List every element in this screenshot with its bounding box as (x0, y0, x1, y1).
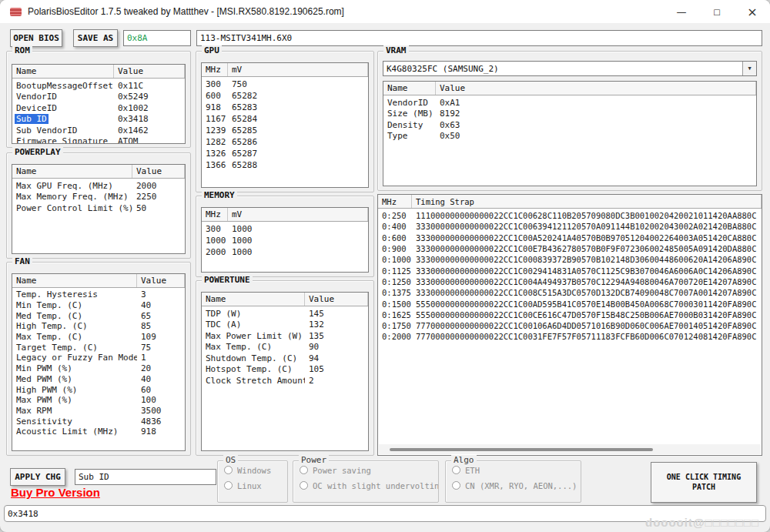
table-row[interactable]: TDC (A) 132 (202, 320, 368, 331)
fan-col-name[interactable]: Name (12, 274, 137, 287)
table-row[interactable]: Sub ID 0x3418 (12, 114, 185, 125)
table-row[interactable]: 0:1500 555000000000000022CC1C00AD595B41C… (378, 298, 762, 309)
gpu-table-header[interactable]: MHz mV (202, 63, 368, 77)
memory-col-mhz[interactable]: MHz (202, 208, 228, 221)
table-row[interactable]: Density 0x63 (383, 119, 756, 131)
radio-icon[interactable] (300, 466, 308, 474)
table-row[interactable]: 300 750 (202, 79, 368, 90)
table-row[interactable]: Min Temp. (C) 40 (12, 300, 185, 311)
table-row[interactable]: 1167 65284 (202, 113, 368, 125)
table-row[interactable]: 1366 65288 (202, 159, 368, 171)
table-row[interactable]: Med Temp. (C) 65 (12, 310, 185, 321)
table-row[interactable]: Max GPU Freq. (MHz) 2000 (12, 180, 185, 192)
horizontal-scrollbar[interactable] (379, 444, 761, 454)
powertune-table-header[interactable]: Name Value (202, 293, 368, 306)
table-row[interactable]: DeviceID 0x1002 (12, 102, 185, 114)
table-row[interactable]: 300 1000 (202, 223, 368, 235)
table-row[interactable]: VendorID 0xA1 (383, 97, 756, 109)
table-row[interactable]: 0:1125 333000000000000022CC1C0029414831A… (378, 265, 762, 276)
part-number-field[interactable] (196, 30, 762, 46)
table-row[interactable]: Target Temp. (C) 75 (12, 342, 185, 353)
powertune-col-name[interactable]: Name (202, 293, 305, 306)
radio-icon[interactable] (224, 481, 233, 490)
fan-col-value[interactable]: Value (137, 274, 185, 287)
buy-pro-version-link[interactable]: Buy Pro Version (11, 486, 100, 499)
table-row[interactable]: 0:400 333000000000000022CC1C006394121120… (378, 221, 762, 232)
radio-icon[interactable] (224, 466, 233, 474)
os-radio-option[interactable]: Linux (224, 479, 287, 492)
apply-chg-button[interactable]: APPLY CHG (10, 468, 65, 486)
table-row[interactable]: Size (MB) 8192 (383, 109, 756, 120)
gpu-col-mv[interactable]: mV (228, 63, 368, 76)
table-row[interactable]: Max Power Limit (W) 135 (202, 330, 368, 342)
open-bios-button[interactable]: OPEN BIOS (10, 29, 62, 47)
table-row[interactable]: Power Control Limit (%) 50 (12, 202, 185, 214)
table-row[interactable]: Firmware Signature ATOM (12, 136, 185, 145)
vram-table-header[interactable]: Name Value (383, 82, 756, 95)
table-row[interactable]: 0:1000 333000000000000022CC1C000839372B9… (378, 254, 762, 265)
powerplay-table-header[interactable]: Name Value (12, 165, 185, 179)
table-row[interactable]: Shutdown Temp. (C) 94 (202, 353, 368, 364)
power-radio-option[interactable]: OC with slight undervolting (300, 479, 438, 492)
table-row[interactable]: Clock Stretch Amount 2 (202, 375, 368, 386)
table-row[interactable]: TDP (W) 145 (202, 308, 368, 320)
table-row[interactable]: 0:900 333000000000000022CC1C00E7B4362780… (378, 243, 762, 254)
timing-table-header[interactable]: MHz Timing Strap (378, 195, 762, 209)
table-row[interactable]: 0:2000 777000000000000022CC1C0031FE7F57F… (378, 331, 762, 342)
table-row[interactable]: Sub VendorID 0x1462 (12, 125, 185, 136)
save-as-button[interactable]: SAVE AS (73, 29, 118, 47)
gpu-col-mhz[interactable]: MHz (202, 63, 228, 76)
rom-table-header[interactable]: Name Value (12, 65, 185, 79)
powertune-col-value[interactable]: Value (305, 293, 368, 306)
radio-icon[interactable] (452, 466, 460, 474)
table-row[interactable]: Type 0x50 (383, 131, 756, 142)
radio-icon[interactable] (300, 481, 308, 490)
table-row[interactable]: Min PWM (%) 20 (12, 363, 185, 374)
table-row[interactable]: 0:1375 333000000000000022CC1C008C515A3DC… (378, 287, 762, 298)
radio-icon[interactable] (452, 481, 460, 490)
rom-col-name[interactable]: Name (12, 65, 114, 78)
table-row[interactable]: High Temp. (C) 85 (12, 321, 185, 332)
offset-field[interactable] (123, 30, 191, 46)
table-row[interactable]: Max RPM 3500 (12, 406, 185, 417)
table-row[interactable]: High PWM (%) 60 (12, 384, 185, 395)
table-row[interactable]: 1239 65285 (202, 125, 368, 136)
table-row[interactable]: Max Temp. (C) 90 (202, 342, 368, 353)
table-row[interactable]: Acoustic Limit (MHz) 918 (12, 427, 185, 437)
close-icon[interactable]: × (735, 0, 770, 23)
table-row[interactable]: BootupMessageOffset 0x11C (12, 80, 185, 92)
vram-module-dropdown[interactable]: K4G80325FC (SAMSUNG_2) ▼ (383, 61, 757, 76)
minimize-icon[interactable]: — (664, 0, 699, 23)
table-row[interactable]: Med PWM (%) 40 (12, 374, 185, 385)
table-row[interactable]: 0:1625 555000000000000022CC1C00CE616C47D… (378, 309, 762, 320)
table-row[interactable]: VendorID 0x5249 (12, 92, 185, 103)
table-row[interactable]: Legacy or Fuzzy Fan Mode 1 (12, 353, 185, 363)
timing-col-strap[interactable]: Timing Strap (412, 195, 762, 208)
chevron-down-icon[interactable]: ▼ (742, 62, 756, 75)
table-row[interactable]: Max Memory Freq. (MHz) 2250 (12, 192, 185, 203)
memory-table-header[interactable]: MHz mV (202, 208, 368, 222)
powerplay-col-name[interactable]: Name (12, 165, 132, 178)
table-row[interactable]: Max PWM (%) 100 (12, 395, 185, 406)
table-row[interactable]: 1282 65286 (202, 136, 368, 148)
edit-name-field[interactable] (75, 469, 216, 485)
table-row[interactable]: 0:1250 333000000000000022CC1C004A494937B… (378, 276, 762, 287)
table-row[interactable]: 918 65283 (202, 102, 368, 113)
table-row[interactable]: 2000 1000 (202, 246, 368, 258)
vram-col-name[interactable]: Name (383, 82, 436, 95)
table-row[interactable]: Temp. Hysteresis 3 (12, 289, 185, 300)
rom-col-value[interactable]: Value (114, 65, 185, 78)
algo-radio-option[interactable]: CN (XMR, RYO, AEON,...) (452, 479, 581, 492)
table-row[interactable]: 1326 65287 (202, 148, 368, 159)
table-row[interactable]: Sensitivity 4836 (12, 416, 185, 427)
scrollbar-thumb[interactable] (390, 448, 653, 451)
table-row[interactable]: 0:250 111000000000000022CC1C00628C110B20… (378, 210, 762, 221)
table-row[interactable]: Max Temp. (C) 109 (12, 332, 185, 343)
table-row[interactable]: 0:600 333000000000000022CC1C00A520241A40… (378, 233, 762, 243)
maximize-icon[interactable]: □ (699, 0, 735, 23)
powerplay-col-value[interactable]: Value (132, 165, 185, 178)
table-row[interactable]: 1000 1000 (202, 235, 368, 246)
vram-col-value[interactable]: Value (436, 82, 756, 95)
table-row[interactable]: Hotspot Temp. (C) 105 (202, 364, 368, 376)
timing-col-mhz[interactable]: MHz (378, 195, 412, 208)
